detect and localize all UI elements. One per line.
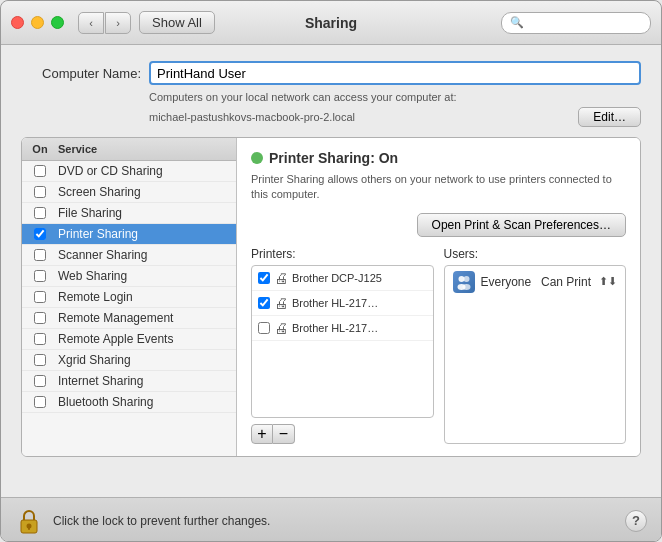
- printer-check-2[interactable]: [258, 322, 270, 334]
- close-button[interactable]: [11, 16, 24, 29]
- service-item-0[interactable]: DVD or CD Sharing: [22, 161, 236, 182]
- service-check-9[interactable]: [34, 354, 46, 366]
- service-item-2[interactable]: File Sharing: [22, 203, 236, 224]
- service-check-5[interactable]: [34, 270, 46, 282]
- service-check-10[interactable]: [34, 375, 46, 387]
- service-item-8[interactable]: Remote Apple Events: [22, 329, 236, 350]
- printers-section: Printers: 🖨 Brother DCP-J125 🖨 Brother H…: [251, 247, 434, 444]
- service-label-10: Internet Sharing: [58, 374, 236, 388]
- printer-name-1: Brother HL-217…: [292, 297, 378, 309]
- traffic-lights: [11, 16, 64, 29]
- printer-check-0[interactable]: [258, 272, 270, 284]
- service-list: On Service DVD or CD Sharing Screen Shar…: [22, 138, 237, 456]
- back-button[interactable]: ‹: [78, 12, 104, 34]
- svg-rect-6: [28, 526, 30, 530]
- svg-point-3: [462, 284, 470, 290]
- service-item-1[interactable]: Screen Sharing: [22, 182, 236, 203]
- service-label-2: File Sharing: [58, 206, 236, 220]
- search-box[interactable]: 🔍: [501, 12, 651, 34]
- printers-users-row: Printers: 🖨 Brother DCP-J125 🖨 Brother H…: [251, 247, 626, 444]
- people-icon: [456, 274, 472, 290]
- lock-icon: [17, 507, 41, 535]
- service-check-4[interactable]: [34, 249, 46, 261]
- content-area: Computer Name: Computers on your local n…: [1, 45, 661, 497]
- service-check-11[interactable]: [34, 396, 46, 408]
- service-checkbox-9[interactable]: [22, 354, 58, 366]
- computer-name-input[interactable]: [149, 61, 641, 85]
- window-title: Sharing: [305, 15, 357, 31]
- user-list: Everyone Can Print ⬆⬇: [444, 265, 627, 444]
- service-item-4[interactable]: Scanner Sharing: [22, 245, 236, 266]
- printer-check-1[interactable]: [258, 297, 270, 309]
- forward-button[interactable]: ›: [105, 12, 131, 34]
- service-checkbox-4[interactable]: [22, 249, 58, 261]
- printer-list: 🖨 Brother DCP-J125 🖨 Brother HL-217… 🖨 B…: [251, 265, 434, 418]
- computer-name-row: Computer Name:: [21, 61, 641, 85]
- service-checkbox-5[interactable]: [22, 270, 58, 282]
- minimize-button[interactable]: [31, 16, 44, 29]
- printer-item-2[interactable]: 🖨 Brother HL-217…: [252, 316, 433, 341]
- service-checkbox-1[interactable]: [22, 186, 58, 198]
- show-all-button[interactable]: Show All: [139, 11, 215, 34]
- service-checkbox-3[interactable]: [22, 228, 58, 240]
- service-label-3: Printer Sharing: [58, 227, 236, 241]
- service-checkbox-0[interactable]: [22, 165, 58, 177]
- nav-buttons: ‹ ›: [78, 12, 131, 34]
- service-item-5[interactable]: Web Sharing: [22, 266, 236, 287]
- service-checkbox-10[interactable]: [22, 375, 58, 387]
- edit-button[interactable]: Edit…: [578, 107, 641, 127]
- service-item-11[interactable]: Bluetooth Sharing: [22, 392, 236, 413]
- titlebar: ‹ › Show All Sharing 🔍: [1, 1, 661, 45]
- computer-name-label: Computer Name:: [21, 66, 141, 81]
- open-prefs-button[interactable]: Open Print & Scan Preferences…: [417, 213, 626, 237]
- computer-name-hint: Computers on your local network can acce…: [149, 91, 641, 103]
- user-icon-0: [453, 271, 475, 293]
- service-label-4: Scanner Sharing: [58, 248, 236, 262]
- service-item-10[interactable]: Internet Sharing: [22, 371, 236, 392]
- service-item-3[interactable]: Printer Sharing: [22, 224, 236, 245]
- printer-item-1[interactable]: 🖨 Brother HL-217…: [252, 291, 433, 316]
- service-check-8[interactable]: [34, 333, 46, 345]
- service-check-6[interactable]: [34, 291, 46, 303]
- status-dot: [251, 152, 263, 164]
- service-label-8: Remote Apple Events: [58, 332, 236, 346]
- remove-printer-button[interactable]: −: [273, 424, 295, 444]
- maximize-button[interactable]: [51, 16, 64, 29]
- service-label-5: Web Sharing: [58, 269, 236, 283]
- user-item-0[interactable]: Everyone Can Print ⬆⬇: [445, 266, 626, 298]
- service-item-6[interactable]: Remote Login: [22, 287, 236, 308]
- service-list-header: On Service: [22, 138, 236, 161]
- printer-icon-2: 🖨: [274, 320, 288, 336]
- help-button[interactable]: ?: [625, 510, 647, 532]
- right-panel: Printer Sharing: On Printer Sharing allo…: [237, 138, 640, 456]
- lock-button[interactable]: [15, 507, 43, 535]
- service-check-3[interactable]: [34, 228, 46, 240]
- service-check-7[interactable]: [34, 312, 46, 324]
- user-dropdown-arrow-0[interactable]: ⬆⬇: [599, 275, 617, 288]
- service-item-9[interactable]: Xgrid Sharing: [22, 350, 236, 371]
- status-desc: Printer Sharing allows others on your ne…: [251, 172, 626, 203]
- printer-item-0[interactable]: 🖨 Brother DCP-J125: [252, 266, 433, 291]
- printer-icon-0: 🖨: [274, 270, 288, 286]
- service-item-7[interactable]: Remote Management: [22, 308, 236, 329]
- service-checkbox-6[interactable]: [22, 291, 58, 303]
- service-checkbox-7[interactable]: [22, 312, 58, 324]
- service-check-1[interactable]: [34, 186, 46, 198]
- user-permission-0: Can Print: [541, 275, 591, 289]
- col-on: On: [22, 141, 58, 157]
- service-checkbox-11[interactable]: [22, 396, 58, 408]
- computer-name-local: michael-pastushkovs-macbook-pro-2.local …: [149, 107, 641, 127]
- service-check-2[interactable]: [34, 207, 46, 219]
- service-checkbox-8[interactable]: [22, 333, 58, 345]
- service-check-0[interactable]: [34, 165, 46, 177]
- local-address: michael-pastushkovs-macbook-pro-2.local: [149, 111, 355, 123]
- footer-text: Click the lock to prevent further change…: [53, 514, 625, 528]
- service-label-1: Screen Sharing: [58, 185, 236, 199]
- add-printer-button[interactable]: +: [251, 424, 273, 444]
- service-checkbox-2[interactable]: [22, 207, 58, 219]
- col-service: Service: [58, 141, 236, 157]
- main-panel: On Service DVD or CD Sharing Screen Shar…: [21, 137, 641, 457]
- status-title: Printer Sharing: On: [269, 150, 398, 166]
- users-section: Users: Everyone Can Print ⬆⬇: [444, 247, 627, 444]
- printer-name-2: Brother HL-217…: [292, 322, 378, 334]
